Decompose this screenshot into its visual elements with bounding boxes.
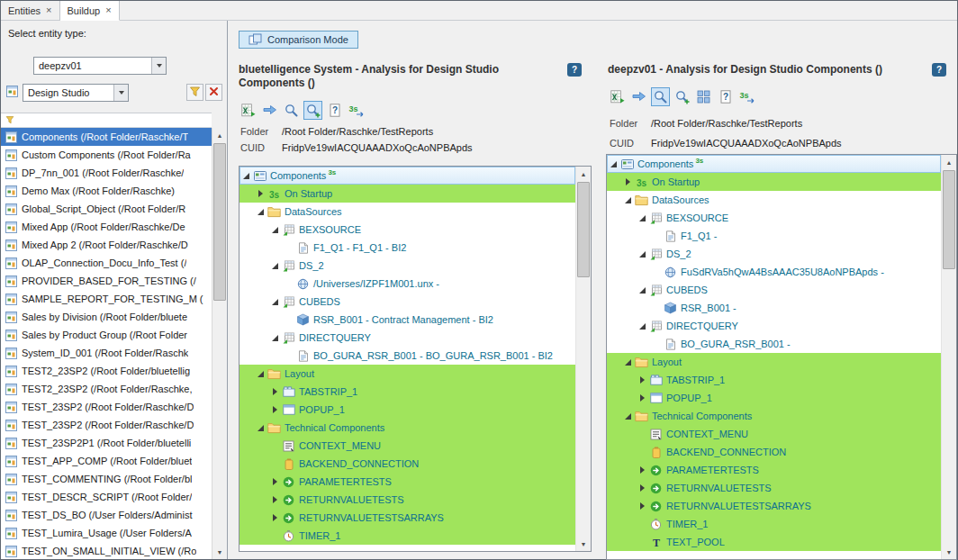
list-filter-row[interactable] — [1, 113, 212, 128]
tree-item-tabstrip-1[interactable]: TABSTRIP_1 — [607, 371, 941, 389]
list-item-test-ds-bo-user-folders-administ[interactable]: TEST_DS_BO (/User Folders/Administ — [1, 506, 212, 524]
tree-item-on-startup[interactable]: 3sOn Startup — [607, 173, 941, 191]
collapse-arrow-icon[interactable] — [242, 171, 252, 181]
zoom-details-button[interactable] — [303, 101, 322, 120]
tree-item-universes-izpf1m001-unx[interactable]: /Universes/IZPF1M001.unx - — [240, 275, 575, 293]
collapse-arrow-icon[interactable] — [624, 195, 634, 205]
sidebar-scrollbar[interactable]: ▲ ▼ — [212, 128, 227, 559]
collapse-arrow-icon[interactable] — [271, 225, 281, 235]
tree-item-f1-q1-f1-q1-bi2[interactable]: F1_Q1 - F1_Q1 - BI2 — [240, 239, 575, 257]
list-item-sample-report-for-testing-m[interactable]: SAMPLE_REPORT_FOR_TESTING_M ( — [1, 290, 212, 308]
tree-item-bo-gura-rsr-b001[interactable]: BO_GURA_RSR_B001 - — [607, 335, 941, 353]
tree-item-on-startup[interactable]: 3sOn Startup — [240, 185, 575, 203]
tree-item-datasources[interactable]: DataSources — [607, 191, 941, 209]
list-item-test-descr-script-root-folder[interactable]: TEST_DESCR_SCRIPT (/Root Folder/ — [1, 488, 212, 506]
collapse-arrow-icon[interactable] — [271, 297, 281, 307]
tree-item-returnvaluetestsarrays[interactable]: RETURNVALUETESTSARRAYS — [607, 497, 941, 515]
tree-item-context-menu[interactable]: CONTEXT_MENU — [240, 437, 575, 455]
entity-type-dropdown[interactable]: Design Studio — [23, 84, 129, 102]
expand-arrow-icon[interactable] — [271, 387, 281, 397]
collapse-arrow-icon[interactable] — [638, 321, 648, 331]
collapse-arrow-icon[interactable] — [624, 357, 634, 367]
collapse-arrow-icon[interactable] — [638, 249, 648, 259]
tree-item-bexsource[interactable]: BEXSOURCE — [240, 221, 575, 239]
tree-item-parametertests[interactable]: PARAMETERTESTS — [240, 473, 575, 491]
tree-item-popup-1[interactable]: POPUP_1 — [240, 401, 575, 419]
left-tree-scrollbar[interactable]: ▲ ▼ — [575, 167, 591, 551]
zoom-button[interactable] — [651, 87, 670, 106]
collapse-arrow-icon[interactable] — [257, 207, 267, 217]
list-item-test-lumira-usage-user-folders-a[interactable]: TEST_Lumira_Usage (/User Folders/A — [1, 524, 212, 542]
tree-item-components[interactable]: Components3s — [240, 167, 575, 185]
expand-arrow-icon[interactable] — [638, 483, 648, 493]
list-item-dp-7nn-001-root-folder-raschke[interactable]: DP_7nn_001 (/Root Folder/Raschke/ — [1, 164, 212, 182]
transport-3s-button[interactable]: 3s — [737, 87, 756, 106]
tree-item-context-menu[interactable]: CONTEXT_MENU — [607, 425, 941, 443]
tree-item-f1-q1[interactable]: F1_Q1 - — [607, 227, 941, 245]
tree-item-ds-2[interactable]: DS_2 — [607, 245, 941, 263]
tree-item-layout[interactable]: Layout — [607, 353, 941, 371]
list-item-custom-components-root-folder-ra[interactable]: Custom Components (/Root Folder/Ra — [1, 146, 212, 164]
tree-item-directquery[interactable]: DIRECTQUERY — [607, 317, 941, 335]
tree-item-text-pool[interactable]: TTEXT_POOL — [607, 533, 941, 551]
list-item-system-id-001-root-folder-raschk[interactable]: System_ID_001 (/Root Folder/Raschk — [1, 344, 212, 362]
help-button[interactable]: ? — [932, 63, 946, 77]
expand-arrow-icon[interactable] — [257, 189, 267, 199]
list-item-mixed-app-root-folder-raschke-de[interactable]: Mixed App (/Root Folder/Raschke/De — [1, 218, 212, 236]
tree-item-timer-1[interactable]: TIMER_1 — [240, 527, 575, 545]
chevron-down-icon[interactable] — [113, 85, 128, 101]
system-dropdown[interactable]: deepzv01 — [33, 57, 167, 75]
expand-arrow-icon[interactable] — [271, 495, 281, 505]
collapse-arrow-icon[interactable] — [638, 285, 648, 295]
transfer-button[interactable] — [629, 87, 648, 106]
list-item-test-23sp2p1-root-folder-bluetelli[interactable]: TEST_23SP2P1 (/Root Folder/bluetelli — [1, 434, 212, 452]
tree-item-technical-components[interactable]: Technical Components — [607, 407, 941, 425]
help-button[interactable]: ? — [567, 63, 582, 77]
close-icon[interactable]: × — [46, 5, 51, 15]
expand-arrow-icon[interactable] — [271, 477, 281, 487]
list-item-test-on-small-initial-view-ro[interactable]: TEST_ON_SMALL_INITIAL_VIEW (/Ro — [1, 542, 212, 559]
expand-arrow-icon[interactable] — [638, 501, 648, 511]
tree-item-tabstrip-1[interactable]: TABSTRIP_1 — [240, 383, 575, 401]
export-excel-button[interactable] — [608, 87, 627, 106]
list-item-test2-23sp2-root-folder-raschke[interactable]: TEST2_23SP2 (/Root Folder/Raschke, — [1, 380, 212, 398]
expand-arrow-icon[interactable] — [638, 465, 648, 475]
filter-button[interactable] — [186, 84, 203, 101]
help-document-button[interactable]: ? — [716, 87, 735, 106]
comparison-mode-button[interactable]: Comparison Mode — [239, 31, 358, 49]
tree-item-technical-components[interactable]: Technical Components — [240, 419, 575, 437]
list-item-test-23sp2-root-folder-raschke-d[interactable]: TEST_23SP2 (/Root Folder/Raschke/D — [1, 398, 212, 416]
right-tree-scrollbar[interactable]: ▲ ▼ — [941, 155, 956, 559]
expand-arrow-icon[interactable] — [271, 405, 281, 415]
tree-item-parametertests[interactable]: PARAMETERTESTS — [607, 461, 941, 479]
expand-arrow-icon[interactable] — [624, 177, 634, 187]
scroll-up-icon[interactable]: ▲ — [576, 167, 591, 181]
expand-arrow-icon[interactable] — [638, 393, 648, 403]
tree-item-rsr-b001-contract-management-bi2[interactable]: RSR_B001 - Contract Management - BI2 — [240, 311, 575, 329]
scroll-up-icon[interactable]: ▲ — [942, 155, 956, 169]
collapse-arrow-icon[interactable] — [638, 213, 648, 223]
close-icon[interactable]: × — [105, 5, 111, 15]
clear-filter-button[interactable] — [205, 84, 222, 101]
tree-item-returnvaluetests[interactable]: RETURNVALUETESTS — [240, 491, 575, 509]
list-item-sales-by-division-root-folder-bluete[interactable]: Sales by Division (/Root Folder/bluete — [1, 308, 212, 326]
zoom-details-button[interactable] — [673, 87, 691, 106]
tree-item-ds-2[interactable]: DS_2 — [240, 257, 575, 275]
scroll-down-icon[interactable]: ▼ — [942, 545, 956, 559]
list-item-test-23sp2-root-folder-raschke-d[interactable]: TEST_23SP2 (/Root Folder/Raschke/D — [1, 416, 212, 434]
export-excel-button[interactable] — [239, 101, 258, 120]
tree-item-layout[interactable]: Layout — [240, 365, 575, 383]
transfer-button[interactable] — [260, 101, 279, 120]
collapse-arrow-icon[interactable] — [624, 411, 634, 421]
list-item-test-commenting-root-folder-bl[interactable]: TEST_COMMENTING (/Root Folder/bl — [1, 470, 212, 488]
tree-item-returnvaluetests[interactable]: RETURNVALUETESTS — [607, 479, 941, 497]
list-item-mixed-app-2-root-folder-raschke-d[interactable]: Mixed App 2 (/Root Folder/Raschke/D — [1, 236, 212, 254]
scroll-down-icon[interactable]: ▼ — [576, 537, 591, 551]
expand-arrow-icon[interactable] — [271, 513, 281, 523]
collapse-arrow-icon[interactable] — [257, 423, 267, 433]
transport-3s-button[interactable]: 3s — [347, 101, 366, 120]
tree-item-components[interactable]: Components3s — [607, 155, 941, 173]
tree-item-timer-1[interactable]: TIMER_1 — [607, 515, 941, 533]
scroll-up-icon[interactable]: ▲ — [212, 128, 227, 142]
tree-item-rsr-b001[interactable]: RSR_B001 - — [607, 299, 941, 317]
